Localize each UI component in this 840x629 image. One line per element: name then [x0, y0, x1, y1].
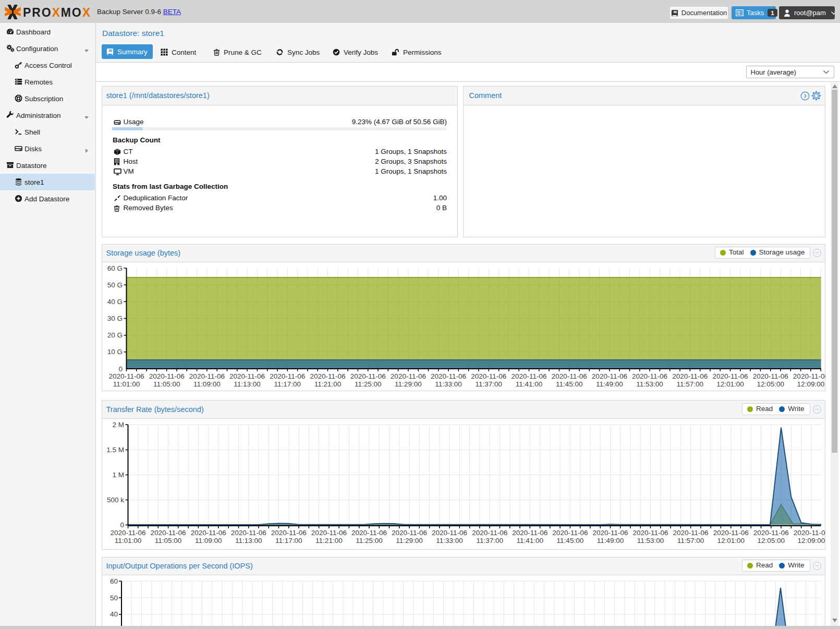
svg-text:11:49:00: 11:49:00	[596, 537, 624, 545]
svg-text:11:05:00: 11:05:00	[154, 537, 181, 545]
svg-text:11:57:00: 11:57:00	[676, 380, 703, 388]
svg-text:11:29:00: 11:29:00	[396, 537, 423, 545]
svg-text:2020-11-06: 2020-11-06	[551, 372, 587, 380]
svg-text:50 G: 50 G	[107, 281, 122, 289]
svg-text:12:01:00: 12:01:00	[717, 537, 745, 545]
svg-text:2020-11-06: 2020-11-06	[672, 372, 708, 380]
svg-text:2020-11-06: 2020-11-06	[713, 529, 748, 537]
svg-text:12:09:00: 12:09:00	[797, 380, 824, 388]
svg-text:11:09:00: 11:09:00	[193, 380, 221, 388]
svg-text:2020-11-06: 2020-11-06	[271, 529, 306, 537]
svg-text:11:13:00: 11:13:00	[234, 380, 261, 388]
svg-text:11:29:00: 11:29:00	[395, 380, 422, 388]
svg-text:2020-11-06: 2020-11-06	[189, 372, 224, 380]
svg-text:0: 0	[120, 521, 124, 529]
svg-text:11:41:00: 11:41:00	[516, 537, 543, 545]
svg-text:2020-11-06: 2020-11-06	[310, 372, 345, 380]
svg-text:11:45:00: 11:45:00	[556, 537, 583, 545]
svg-text:20 G: 20 G	[107, 331, 122, 339]
svg-text:10 G: 10 G	[107, 348, 122, 356]
svg-text:2020-11-06: 2020-11-06	[229, 372, 265, 380]
svg-text:2020-11-06: 2020-11-06	[712, 372, 748, 380]
svg-text:11:09:00: 11:09:00	[194, 537, 222, 545]
svg-text:12:09:00: 12:09:00	[797, 537, 825, 545]
svg-text:2020-11-06: 2020-11-06	[311, 529, 346, 537]
svg-text:2020-11-06: 2020-11-06	[390, 372, 425, 380]
svg-text:2020-11-06: 2020-11-06	[793, 372, 825, 380]
svg-text:11:37:00: 11:37:00	[475, 380, 502, 388]
svg-text:1 M: 1 M	[112, 471, 124, 479]
svg-text:11:41:00: 11:41:00	[515, 380, 542, 388]
svg-text:2020-11-06: 2020-11-06	[632, 372, 667, 380]
svg-text:11:33:00: 11:33:00	[436, 537, 463, 545]
svg-text:11:53:00: 11:53:00	[636, 380, 663, 388]
svg-text:60: 60	[109, 577, 117, 585]
svg-text:30 G: 30 G	[107, 314, 122, 322]
svg-text:2 M: 2 M	[112, 421, 124, 429]
svg-text:12:05:00: 12:05:00	[757, 380, 784, 388]
svg-text:2020-11-06: 2020-11-06	[392, 529, 427, 537]
svg-text:500 k: 500 k	[106, 496, 124, 504]
svg-text:2020-11-06: 2020-11-06	[110, 529, 145, 537]
svg-text:11:25:00: 11:25:00	[356, 537, 383, 545]
svg-text:11:57:00: 11:57:00	[677, 537, 704, 545]
svg-text:2020-11-06: 2020-11-06	[632, 529, 668, 537]
svg-text:2020-11-06: 2020-11-06	[108, 372, 144, 380]
svg-text:2020-11-06: 2020-11-06	[673, 529, 708, 537]
svg-text:2020-11-06: 2020-11-06	[431, 372, 466, 380]
svg-text:2020-11-06: 2020-11-06	[591, 372, 627, 380]
svg-text:2020-11-06: 2020-11-06	[150, 529, 186, 537]
svg-text:11:53:00: 11:53:00	[637, 537, 664, 545]
svg-text:2020-11-06: 2020-11-06	[512, 529, 547, 537]
svg-text:2020-11-06: 2020-11-06	[190, 529, 226, 537]
svg-text:40: 40	[109, 610, 117, 618]
svg-text:2020-11-06: 2020-11-06	[350, 372, 385, 380]
svg-text:2020-11-06: 2020-11-06	[230, 529, 266, 537]
svg-text:11:01:00: 11:01:00	[113, 380, 140, 388]
svg-text:11:33:00: 11:33:00	[435, 380, 462, 388]
svg-text:2020-11-06: 2020-11-06	[471, 372, 506, 380]
svg-text:60 G: 60 G	[107, 264, 122, 272]
svg-text:2020-11-06: 2020-11-06	[793, 529, 825, 537]
svg-text:1.5 M: 1.5 M	[106, 446, 124, 454]
svg-text:11:17:00: 11:17:00	[275, 537, 302, 545]
svg-text:50: 50	[109, 594, 117, 602]
svg-text:2020-11-06: 2020-11-06	[592, 529, 628, 537]
svg-text:11:13:00: 11:13:00	[235, 537, 262, 545]
svg-text:2020-11-06: 2020-11-06	[752, 372, 788, 380]
svg-text:0: 0	[118, 365, 123, 373]
svg-text:11:21:00: 11:21:00	[314, 380, 341, 388]
svg-text:11:17:00: 11:17:00	[274, 380, 301, 388]
svg-text:11:37:00: 11:37:00	[476, 537, 503, 545]
svg-text:11:49:00: 11:49:00	[596, 380, 623, 388]
svg-text:11:01:00: 11:01:00	[114, 537, 141, 545]
svg-text:12:01:00: 12:01:00	[716, 380, 744, 388]
svg-text:2020-11-06: 2020-11-06	[270, 372, 305, 380]
svg-text:2020-11-06: 2020-11-06	[472, 529, 507, 537]
svg-text:11:05:00: 11:05:00	[153, 380, 180, 388]
svg-text:2020-11-06: 2020-11-06	[149, 372, 184, 380]
svg-text:11:25:00: 11:25:00	[354, 380, 381, 388]
svg-text:11:21:00: 11:21:00	[315, 537, 343, 545]
svg-text:12:05:00: 12:05:00	[757, 537, 785, 545]
svg-text:40 G: 40 G	[107, 298, 122, 306]
svg-text:2020-11-06: 2020-11-06	[511, 372, 546, 380]
svg-text:2020-11-06: 2020-11-06	[753, 529, 788, 537]
svg-text:2020-11-06: 2020-11-06	[552, 529, 588, 537]
svg-text:2020-11-06: 2020-11-06	[351, 529, 386, 537]
svg-text:2020-11-06: 2020-11-06	[432, 529, 467, 537]
svg-text:11:45:00: 11:45:00	[555, 380, 582, 388]
